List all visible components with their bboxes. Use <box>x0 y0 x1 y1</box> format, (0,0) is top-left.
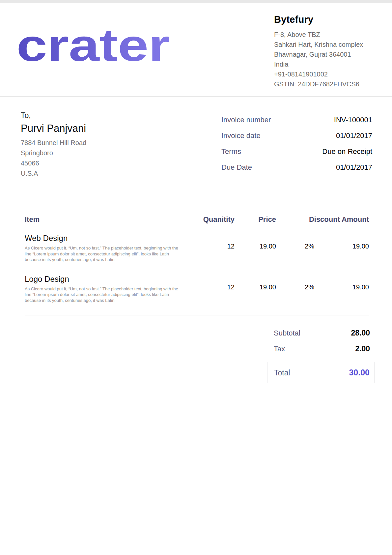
customer-name: Purvi Panjvani <box>21 123 86 134</box>
col-header-discount: Discount <box>276 215 340 224</box>
item-cell: Logo Design As Cicero would put it, “Um,… <box>25 275 184 304</box>
invoice-date-value: 01/01/2017 <box>336 131 372 140</box>
company-gstin: GSTIN: 24DDF7682FHVCS6 <box>274 79 377 89</box>
terms-row: Terms Due on Receipt <box>221 147 372 156</box>
due-date-label: Due Date <box>221 163 252 172</box>
col-header-item: Item <box>25 215 184 224</box>
company-address-line: Bhavnagar, Gujrat 364001 <box>274 49 377 59</box>
invoice-meta-block: Invoice number INV-100001 Invoice date 0… <box>221 116 372 179</box>
items-table: Item Quanitity Price Discount Amount Web… <box>0 215 392 303</box>
bill-to-block: To, Purvi Panjvani 7884 Bunnel Hill Road… <box>21 111 86 179</box>
logo-text: crater <box>16 25 170 70</box>
table-row: Logo Design As Cicero would put it, “Um,… <box>25 275 369 304</box>
item-discount: 2% <box>276 234 340 263</box>
customer-address-line: 7884 Bunnel Hill Road <box>21 138 86 148</box>
invoice-date-row: Invoice date 01/01/2017 <box>221 131 372 140</box>
item-description: As Cicero would put it, “Um, not so fast… <box>25 245 183 263</box>
items-table-header: Item Quanitity Price Discount Amount <box>25 215 369 224</box>
item-price: 19.00 <box>235 275 276 304</box>
subtotal-row: Subtotal 28.00 <box>267 329 375 337</box>
crater-logo-icon: crater <box>16 25 172 70</box>
invoice-number-row: Invoice number INV-100001 <box>221 116 372 124</box>
terms-value: Due on Receipt <box>322 147 372 156</box>
company-address-line: Sahkari Hart, Krishna complex <box>274 40 377 49</box>
item-price: 19.00 <box>235 234 276 263</box>
item-discount: 2% <box>276 275 340 304</box>
customer-address-line: 45066 <box>21 158 86 168</box>
subtotal-value: 28.00 <box>351 329 370 337</box>
invoice-info-section: To, Purvi Panjvani 7884 Bunnel Hill Road… <box>0 97 392 179</box>
item-cell: Web Design As Cicero would put it, “Um, … <box>25 234 184 263</box>
item-amount: 19.00 <box>340 275 369 304</box>
due-date-row: Due Date 01/01/2017 <box>221 163 372 172</box>
customer-address-line: Springboro <box>21 148 86 158</box>
subtotal-label: Subtotal <box>274 329 300 337</box>
tax-value: 2.00 <box>355 344 370 353</box>
crater-logo: crater <box>16 25 172 72</box>
table-bottom-divider <box>25 315 369 315</box>
top-bar <box>0 0 392 3</box>
to-label: To, <box>21 111 86 120</box>
col-header-quantity: Quanitity <box>184 215 235 224</box>
item-name: Logo Design <box>25 275 184 284</box>
col-header-amount: Amount <box>340 215 369 224</box>
item-description: As Cicero would put it, “Um, not so fast… <box>25 286 183 304</box>
invoice-date-label: Invoice date <box>221 131 261 140</box>
terms-label: Terms <box>221 147 241 156</box>
item-quantity: 12 <box>184 275 235 304</box>
tax-label: Tax <box>274 345 285 353</box>
company-name: Bytefury <box>274 14 377 25</box>
totals-section: Subtotal 28.00 Tax 2.00 Total 30.00 <box>267 329 375 383</box>
invoice-number-value: INV-100001 <box>334 116 372 124</box>
due-date-value: 01/01/2017 <box>336 163 372 172</box>
total-box: Total 30.00 <box>267 362 375 383</box>
tax-row: Tax 2.00 <box>267 344 375 353</box>
company-address-line: India <box>274 59 377 69</box>
item-name: Web Design <box>25 234 184 243</box>
company-block: Bytefury F-8, Above TBZ Sahkari Hart, Kr… <box>274 14 377 89</box>
item-amount: 19.00 <box>340 234 369 263</box>
customer-address-line: U.S.A <box>21 168 86 179</box>
col-header-price: Price <box>235 215 276 224</box>
invoice-page: crater Bytefury F-8, Above TBZ Sahkari H… <box>0 0 392 555</box>
invoice-number-label: Invoice number <box>221 116 271 124</box>
total-value: 30.00 <box>349 368 370 377</box>
total-label: Total <box>274 368 290 377</box>
item-quantity: 12 <box>184 234 235 263</box>
table-row: Web Design As Cicero would put it, “Um, … <box>25 234 369 263</box>
company-phone: +91-08141901002 <box>274 69 377 79</box>
company-address-line: F-8, Above TBZ <box>274 30 377 40</box>
invoice-header: crater Bytefury F-8, Above TBZ Sahkari H… <box>0 3 392 97</box>
